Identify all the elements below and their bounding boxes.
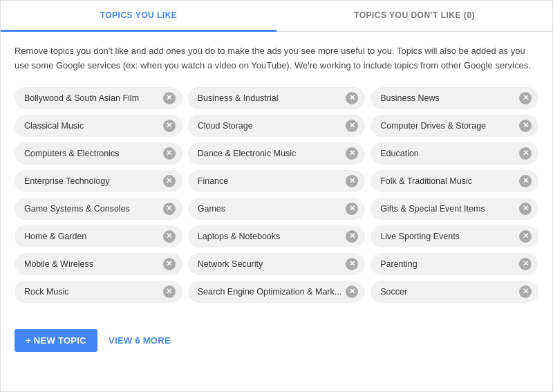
topic-chip: Dance & Electronic Music✕ xyxy=(188,142,365,165)
description-text: Remove topics you don't like and add one… xyxy=(15,44,538,73)
remove-topic-button[interactable]: ✕ xyxy=(346,175,358,187)
remove-topic-button[interactable]: ✕ xyxy=(346,203,358,215)
topic-label: Cloud Storage xyxy=(198,121,341,131)
topic-label: Finance xyxy=(198,176,341,186)
topic-label: Computers & Electronics xyxy=(24,149,159,158)
topic-chip: Gifts & Special Event Items✕ xyxy=(371,198,538,220)
topic-chip: Cloud Storage✕ xyxy=(188,115,365,137)
topic-chip: Games✕ xyxy=(188,198,365,220)
topic-label: Live Sporting Events xyxy=(380,232,515,241)
topic-chip: Classical Music✕ xyxy=(15,115,182,137)
topic-chip: Enterprise Technology✕ xyxy=(15,170,182,192)
topic-label: Laptops & Notebooks xyxy=(198,232,341,241)
topic-chip: Laptops & Notebooks✕ xyxy=(188,225,365,248)
tab-dislike[interactable]: TOPICS YOU DON'T LIKE (0) xyxy=(276,1,552,31)
topic-label: Folk & Traditional Music xyxy=(380,176,515,186)
view-more-link[interactable]: VIEW 6 MORE xyxy=(109,335,171,346)
topic-chip: Bollywood & South Asian Film✕ xyxy=(15,87,182,109)
topic-label: Business News xyxy=(380,93,515,103)
topic-label: Bollywood & South Asian Film xyxy=(24,93,159,103)
remove-topic-button[interactable]: ✕ xyxy=(346,120,358,132)
topic-label: Enterprise Technology xyxy=(24,176,159,186)
topic-chip: Home & Garden✕ xyxy=(15,225,182,248)
topics-grid: Bollywood & South Asian Film✕Business & … xyxy=(15,87,538,303)
topic-label: Computer Drives & Storage xyxy=(380,121,515,131)
topic-chip: Business & Industrial✕ xyxy=(188,87,365,109)
topic-chip: Parenting✕ xyxy=(371,253,538,275)
topic-chip: Computers & Electronics✕ xyxy=(15,142,182,165)
topic-chip: Business News✕ xyxy=(371,87,538,109)
remove-topic-button[interactable]: ✕ xyxy=(346,230,358,243)
topic-chip: Folk & Traditional Music✕ xyxy=(371,170,538,192)
remove-topic-button[interactable]: ✕ xyxy=(163,175,176,187)
topic-label: Mobile & Wireless xyxy=(24,259,159,269)
topic-label: Search Engine Optimization & Mark... xyxy=(198,287,341,297)
topic-label: Game Systems & Consoles xyxy=(24,204,159,214)
remove-topic-button[interactable]: ✕ xyxy=(346,92,358,104)
topic-chip: Finance✕ xyxy=(188,170,365,192)
topic-chip: Game Systems & Consoles✕ xyxy=(15,198,182,220)
topic-label: Parenting xyxy=(380,259,515,269)
remove-topic-button[interactable]: ✕ xyxy=(519,203,532,215)
topic-label: Business & Industrial xyxy=(198,93,341,103)
topic-chip: Computer Drives & Storage✕ xyxy=(371,115,538,137)
topic-label: Gifts & Special Event Items xyxy=(380,204,515,214)
remove-topic-button[interactable]: ✕ xyxy=(163,230,176,243)
new-topic-button[interactable]: + NEW TOPIC xyxy=(15,329,97,352)
remove-topic-button[interactable]: ✕ xyxy=(519,175,532,187)
remove-topic-button[interactable]: ✕ xyxy=(163,258,176,270)
topic-label: Network Security xyxy=(198,259,341,269)
topic-label: Rock Music xyxy=(24,287,159,297)
tabs-bar: TOPICS YOU LIKETOPICS YOU DON'T LIKE (0) xyxy=(1,1,552,32)
topic-chip: Live Sporting Events✕ xyxy=(371,225,538,248)
topic-label: Home & Garden xyxy=(24,232,159,241)
topic-chip: Soccer✕ xyxy=(371,281,538,303)
remove-topic-button[interactable]: ✕ xyxy=(519,92,532,104)
tab-like[interactable]: TOPICS YOU LIKE xyxy=(1,1,276,32)
remove-topic-button[interactable]: ✕ xyxy=(163,92,176,104)
remove-topic-button[interactable]: ✕ xyxy=(346,147,358,160)
topic-label: Dance & Electronic Music xyxy=(198,149,341,158)
topic-chip: Network Security✕ xyxy=(188,253,365,275)
topic-chip: Rock Music✕ xyxy=(15,281,182,303)
remove-topic-button[interactable]: ✕ xyxy=(519,230,532,243)
topic-label: Classical Music xyxy=(24,121,159,131)
topic-chip: Education✕ xyxy=(371,142,538,165)
remove-topic-button[interactable]: ✕ xyxy=(519,286,532,298)
remove-topic-button[interactable]: ✕ xyxy=(346,286,358,298)
remove-topic-button[interactable]: ✕ xyxy=(163,120,176,132)
topic-chip: Search Engine Optimization & Mark...✕ xyxy=(188,281,365,303)
remove-topic-button[interactable]: ✕ xyxy=(163,203,176,215)
topic-chip: Mobile & Wireless✕ xyxy=(15,253,182,275)
topic-label: Soccer xyxy=(380,287,515,297)
topic-label: Education xyxy=(380,149,515,158)
remove-topic-button[interactable]: ✕ xyxy=(163,147,176,160)
remove-topic-button[interactable]: ✕ xyxy=(519,258,532,270)
remove-topic-button[interactable]: ✕ xyxy=(163,286,176,298)
remove-topic-button[interactable]: ✕ xyxy=(519,120,532,132)
remove-topic-button[interactable]: ✕ xyxy=(519,147,532,160)
footer-bar: + NEW TOPIC VIEW 6 MORE xyxy=(1,322,552,366)
remove-topic-button[interactable]: ✕ xyxy=(346,258,358,270)
topic-label: Games xyxy=(198,204,341,214)
